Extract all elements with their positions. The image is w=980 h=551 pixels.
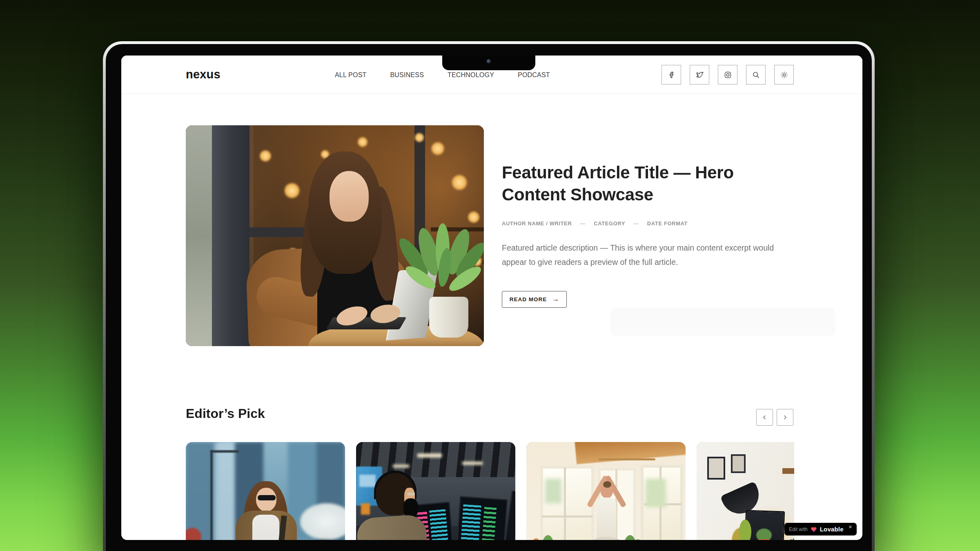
nav-item-technology[interactable]: TECHNOLOGY xyxy=(448,71,494,79)
nav-item-podcast[interactable]: PODCAST xyxy=(518,71,550,79)
laptop-bezel: nexus ALL POST BUSINESS TECHNOLOGY PODCA… xyxy=(106,44,872,551)
arrow-right-icon: → xyxy=(552,295,559,303)
laptop-notch xyxy=(442,56,535,70)
sun-icon xyxy=(780,71,788,79)
laptop-mockup: nexus ALL POST BUSINESS TECHNOLOGY PODCA… xyxy=(103,41,875,551)
featured-article-description: Featured article description — This is w… xyxy=(502,241,797,269)
badge-prefix: Edit with xyxy=(789,527,807,532)
theme-toggle-button[interactable] xyxy=(774,65,794,84)
carousel-next-button[interactable] xyxy=(777,409,793,426)
nav-item-all-post[interactable]: ALL POST xyxy=(335,71,366,79)
facebook-icon xyxy=(667,71,676,79)
search-icon xyxy=(752,71,760,79)
facebook-button[interactable] xyxy=(662,65,681,84)
badge-brand: Lovable xyxy=(820,526,844,533)
twitter-button[interactable] xyxy=(690,65,709,84)
search-button[interactable] xyxy=(746,65,766,84)
read-more-label: READ MORE xyxy=(510,296,547,302)
nav-item-business[interactable]: BUSINESS xyxy=(390,71,424,79)
meta-separator: — xyxy=(633,220,639,227)
featured-article-image[interactable] xyxy=(186,125,484,346)
carousel-prev-button[interactable] xyxy=(756,409,773,426)
meta-author: AUTHOR NAME / WRITER xyxy=(502,220,572,227)
read-more-button[interactable]: READ MORE → xyxy=(502,291,567,308)
meta-separator: — xyxy=(580,220,586,227)
card-woman-home-office[interactable] xyxy=(697,442,794,540)
featured-article-meta: AUTHOR NAME / WRITER — CATEGORY — DATE F… xyxy=(502,220,688,227)
lovable-heart-icon xyxy=(811,526,817,532)
twitter-icon xyxy=(695,71,704,79)
card-city-street-fashion[interactable] xyxy=(186,442,345,540)
browser-screen: nexus ALL POST BUSINESS TECHNOLOGY PODCA… xyxy=(121,56,862,540)
featured-article-title[interactable]: Featured Article Title — Hero Content Sh… xyxy=(502,162,793,206)
editors-pick-carousel xyxy=(186,442,794,540)
edit-with-lovable-badge[interactable]: Edit with Lovable ✕ xyxy=(784,523,857,535)
card-yoga-at-home[interactable] xyxy=(526,442,686,540)
logo[interactable]: nexus xyxy=(186,68,220,81)
instagram-button[interactable] xyxy=(718,65,737,84)
main-nav: ALL POST BUSINESS TECHNOLOGY PODCAST xyxy=(335,71,550,79)
header-icon-bar xyxy=(662,65,794,84)
ghost-placeholder xyxy=(610,308,835,336)
card-developer-workstation[interactable] xyxy=(356,442,515,540)
webcam-dot xyxy=(487,59,491,64)
chevron-right-icon xyxy=(782,414,788,420)
meta-category: CATEGORY xyxy=(594,220,625,227)
badge-close-icon[interactable]: ✕ xyxy=(849,524,852,530)
meta-date: DATE FORMAT xyxy=(647,220,688,227)
chevron-left-icon xyxy=(762,414,768,420)
editors-pick-heading: Editor’s Pick xyxy=(186,406,265,421)
instagram-icon xyxy=(724,71,732,79)
